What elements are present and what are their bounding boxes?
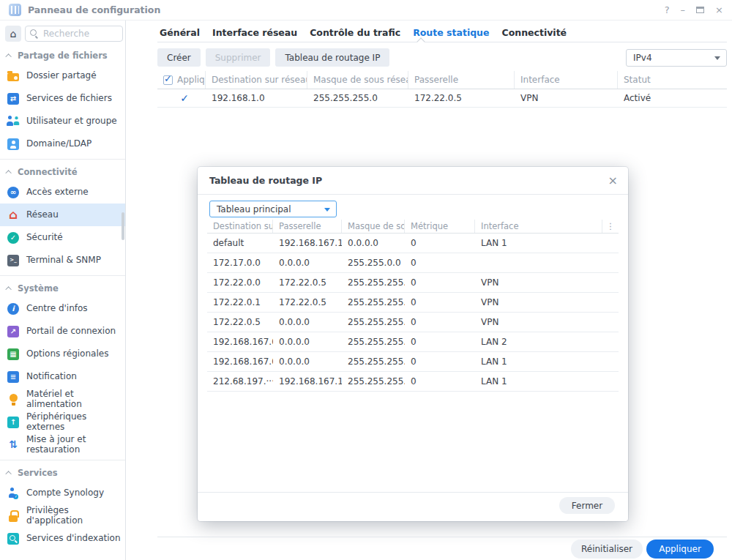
- sidebar-item-r-seau[interactable]: ⌂Réseau: [0, 204, 125, 226]
- create-button[interactable]: Créer: [157, 48, 201, 67]
- ip-version-value: IPv4: [633, 53, 652, 63]
- sidebar-item-label: Dossier partagé: [26, 71, 125, 81]
- close-button[interactable]: ×: [715, 5, 723, 15]
- sidebar-scrollbar[interactable]: [122, 212, 124, 240]
- cell: 0.0.0.0: [273, 313, 342, 332]
- dialog-footer-divider: [198, 492, 628, 493]
- cell: LAN 1: [475, 234, 602, 253]
- cell: 212.68.197.···: [207, 372, 273, 391]
- cell: [602, 253, 619, 272]
- sidebar-item-centre-d-infos[interactable]: iCentre d'infos: [0, 297, 125, 320]
- maximize-icon[interactable]: [696, 7, 704, 13]
- apply-all-checkbox[interactable]: ✓: [163, 75, 173, 85]
- section-header-0[interactable]: Partage de fichiers: [0, 47, 125, 64]
- dialog-close-icon[interactable]: ×: [608, 175, 618, 187]
- column-gateway: Passerelle: [273, 220, 342, 233]
- routing-table-button[interactable]: Tableau de routage IP: [275, 48, 389, 67]
- external-access-icon: ∞: [7, 186, 20, 198]
- sidebar-item-notification[interactable]: ≡Notification: [0, 365, 125, 388]
- sidebar-item-p-riph-riques-externes[interactable]: ↑Périphériques externes: [0, 411, 125, 433]
- sidebar-item-terminal-snmp[interactable]: >_Terminal & SNMP: [0, 249, 125, 272]
- control-panel-window: Panneau de configuration ? – × ⌂ Partage…: [0, 0, 732, 560]
- help-button[interactable]: ?: [665, 5, 670, 15]
- chevron-up-icon: [5, 170, 11, 176]
- delete-button[interactable]: Supprimer: [206, 48, 271, 67]
- applied-checkbox[interactable]: ✓: [180, 92, 189, 104]
- tab-underline: [157, 42, 727, 42]
- routing-row[interactable]: default192.168.167.10.0.0.00LAN 1: [207, 234, 619, 253]
- minimize-button[interactable]: –: [681, 5, 686, 15]
- cell: 172.22.0.5: [273, 273, 342, 292]
- sidebar-item-mat-riel-et-alimentation[interactable]: Matériel et alimentation: [0, 388, 125, 411]
- chevron-up-icon: [5, 53, 11, 59]
- sidebar-item-label: Privilèges d'application: [26, 506, 125, 526]
- table-header: Destination sur r... Passerelle Masque d…: [207, 220, 619, 234]
- cell: VPN: [475, 293, 602, 312]
- apply-button[interactable]: Appliquer: [646, 540, 714, 559]
- regional-options-icon: ▦: [7, 348, 20, 360]
- sidebar-item-dossier-partag-[interactable]: Dossier partagé: [0, 64, 125, 87]
- sidebar-item-compte-synology[interactable]: ✓Compte Synology: [0, 482, 125, 504]
- domain-ldap-icon: [7, 138, 20, 150]
- sidebar-item-privil-ges-d-application[interactable]: Privilèges d'application: [0, 504, 125, 527]
- chevron-down-icon: [324, 208, 330, 212]
- routing-row[interactable]: 192.168.167.00.0.0.0255.255.255.00LAN 2: [207, 332, 619, 352]
- sidebar-item-s-curit-[interactable]: ✓Sécurité: [0, 226, 125, 249]
- ip-version-select[interactable]: IPv4: [626, 49, 727, 67]
- sidebar-item-portail-de-connexion[interactable]: ↗Portail de connexion: [0, 320, 125, 343]
- routing-row[interactable]: 192.168.167.00.0.0.0255.255.255.00LAN 1: [207, 352, 619, 372]
- route-row[interactable]: ✓192.168.1.0255.255.255.0172.22.0.5VPNAc…: [157, 89, 727, 108]
- section-header-3[interactable]: Services: [0, 464, 125, 482]
- reset-button[interactable]: Réinitialiser: [571, 540, 643, 559]
- cell: 0: [405, 234, 475, 253]
- cell: 192.168.167.0: [207, 332, 273, 351]
- tab-bar: GénéralInterface réseauContrôle du trafi…: [160, 27, 567, 38]
- routing-row[interactable]: 172.17.0.00.0.0.0255.255.0.00: [207, 253, 619, 273]
- sidebar-item-label: Réseau: [26, 210, 125, 220]
- sidebar-item-utilisateur-et-groupe[interactable]: Utilisateur et groupe: [0, 110, 125, 132]
- cell: 0.0.0.0: [342, 234, 405, 253]
- file-services-icon: ⇄: [7, 92, 20, 105]
- cell: default: [207, 234, 273, 253]
- table-header: ✓ Appliquer Destination sur réseau Masqu…: [157, 71, 727, 89]
- tab-contr-le-du-trafic[interactable]: Contrôle du trafic: [310, 27, 400, 38]
- cell: [602, 332, 619, 351]
- sidebar-item-acc-s-externe[interactable]: ∞Accès externe: [0, 181, 125, 204]
- home-button[interactable]: ⌂: [5, 26, 21, 42]
- tab-route-statique[interactable]: Route statique: [413, 27, 489, 38]
- cell: 192.168.167.0: [207, 352, 273, 371]
- sidebar-item-domaine-ldap[interactable]: Domaine/LDAP: [0, 132, 125, 155]
- cell: [475, 253, 602, 272]
- sidebar-item-services-de-fichiers[interactable]: ⇄Services de fichiers: [0, 87, 125, 110]
- section-header-2[interactable]: Système: [0, 280, 125, 297]
- tab-connectivit-[interactable]: Connectivité: [502, 27, 567, 38]
- routing-row[interactable]: 172.22.0.0172.22.0.5255.255.255.00VPN: [207, 273, 619, 293]
- close-dialog-button[interactable]: Fermer: [559, 497, 615, 514]
- cell: 0: [405, 293, 475, 312]
- cell: 0.0.0.0: [273, 332, 342, 351]
- cell: 172.17.0.0: [207, 253, 273, 272]
- routing-row[interactable]: 172.22.0.1172.22.0.5255.255.255.2550VPN: [207, 293, 619, 313]
- cell: 192.168.167.1: [273, 234, 342, 253]
- sidebar-item-options-r-gionales[interactable]: ▦Options régionales: [0, 343, 125, 365]
- column-options-icon[interactable]: ⋮: [602, 220, 619, 233]
- sidebar-item-mise-jour-et-restauration[interactable]: ⇅Mise à jour et restauration: [0, 433, 125, 456]
- cell: VPN: [515, 89, 618, 107]
- external-devices-icon: ↑: [7, 416, 20, 428]
- tab-interface-r-seau[interactable]: Interface réseau: [212, 27, 297, 38]
- security-icon: ✓: [7, 231, 20, 244]
- column-metric: Métrique: [405, 220, 475, 233]
- sidebar-item-label: Services d'indexation: [26, 534, 125, 544]
- tab-g-n-ral[interactable]: Général: [160, 27, 200, 38]
- routing-row[interactable]: 172.22.0.50.0.0.0255.255.255.2550VPN: [207, 313, 619, 332]
- section-header-1[interactable]: Connectivité: [0, 163, 125, 181]
- sidebar-item-services-d-indexation[interactable]: Services d'indexation: [0, 527, 125, 550]
- cell: 255.255.255.255: [342, 313, 405, 332]
- routing-table-selector[interactable]: Tableau principal: [209, 201, 337, 217]
- routing-row[interactable]: 212.68.197.···192.168.167.1255.255.255.2…: [207, 372, 619, 392]
- cell: 0: [405, 372, 475, 391]
- sidebar-item-label: Accès externe: [26, 187, 125, 198]
- cell: [602, 234, 619, 253]
- search-input[interactable]: [25, 26, 123, 42]
- cell: 172.22.0.5: [408, 89, 515, 107]
